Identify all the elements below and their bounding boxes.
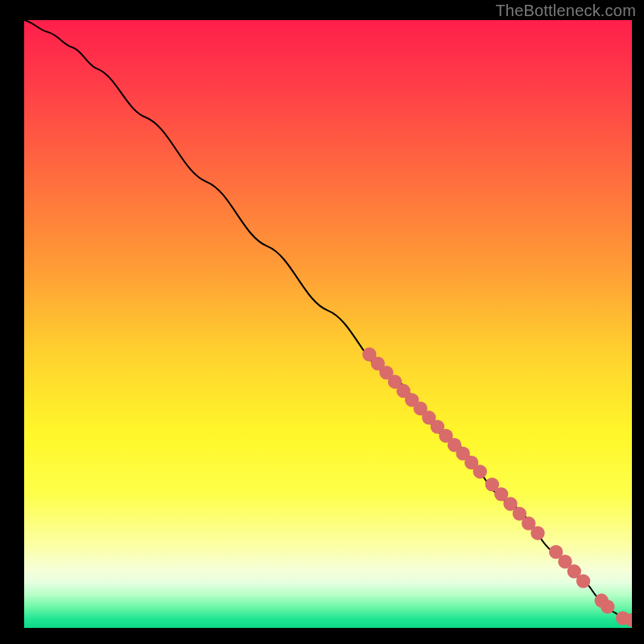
attribution-text: TheBottleneck.com <box>495 2 636 20</box>
chart-stage: TheBottleneck.com <box>0 0 644 644</box>
data-marker <box>473 464 487 478</box>
data-marker <box>576 574 590 588</box>
data-marker <box>530 526 544 540</box>
data-marker <box>601 600 614 613</box>
bottleneck-chart <box>24 20 632 628</box>
